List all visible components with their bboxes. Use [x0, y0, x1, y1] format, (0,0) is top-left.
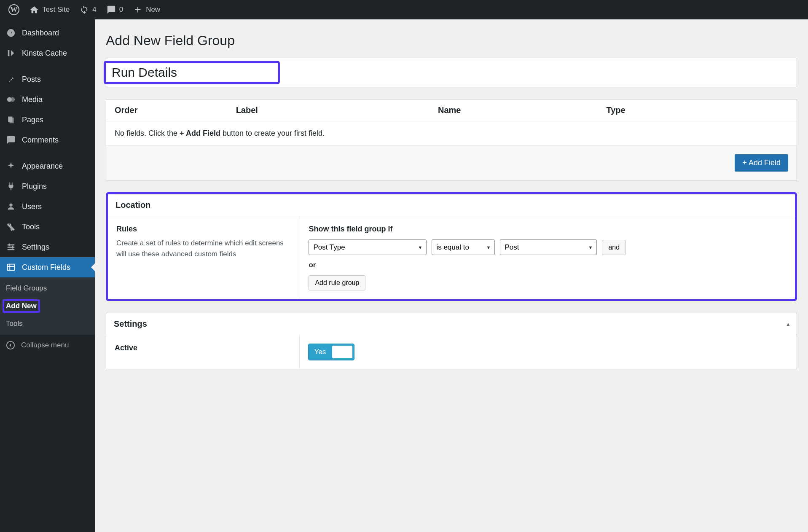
rules-heading: Rules [116, 225, 291, 234]
svg-rect-11 [8, 264, 15, 271]
settings-title: Settings [106, 313, 155, 335]
svg-rect-4 [10, 118, 14, 123]
sidebar-label: Tools [22, 223, 40, 231]
sidebar-item-media[interactable]: Media [0, 89, 95, 110]
site-name: Test Site [42, 5, 70, 14]
show-if-label: Show this field group if [309, 225, 787, 234]
comments-link[interactable]: 0 [102, 0, 128, 19]
col-label: Label [236, 105, 438, 115]
sidebar-item-dashboard[interactable]: Dashboard [0, 23, 95, 43]
submenu-tools[interactable]: Tools [0, 316, 95, 331]
submenu-label: Tools [6, 320, 23, 328]
collapse-menu[interactable]: Collapse menu [0, 335, 95, 356]
comments-icon [6, 135, 16, 145]
kinsta-icon [6, 48, 16, 58]
submenu-label: Add New [3, 299, 40, 313]
updates-count: 4 [92, 5, 96, 14]
or-label: or [309, 261, 787, 269]
sidebar-label: Users [22, 202, 42, 211]
svg-point-5 [9, 204, 12, 207]
sidebar-item-plugins[interactable]: Plugins [0, 176, 95, 196]
rules-description: Create a set of rules to determine which… [116, 238, 291, 259]
sidebar-item-tools[interactable]: Tools [0, 217, 95, 237]
home-icon [30, 5, 39, 14]
submenu-field-groups[interactable]: Field Groups [0, 281, 95, 296]
settings-postbox: Settings ▲ Active Yes [106, 313, 797, 369]
no-fields-message: No fields. Click the + Add Field button … [106, 121, 797, 146]
admin-sidebar: Dashboard Kinsta Cache Posts Media Pages… [0, 19, 95, 532]
wp-logo[interactable]: W [3, 0, 24, 19]
sidebar-item-comments[interactable]: Comments [0, 130, 95, 150]
sidebar-item-pages[interactable]: Pages [0, 110, 95, 130]
svg-rect-7 [8, 247, 15, 248]
pages-icon [6, 115, 16, 125]
sidebar-label: Posts [22, 75, 41, 84]
rule-param-select[interactable]: Post Type [309, 239, 427, 255]
submenu-add-new[interactable]: Add New [0, 296, 95, 316]
field-group-title-input[interactable] [112, 65, 272, 80]
sidebar-label: Media [22, 95, 43, 104]
col-name: Name [438, 105, 607, 115]
collapse-label: Collapse menu [21, 341, 69, 349]
new-label: New [146, 5, 160, 14]
page-heading: Add New Field Group [106, 33, 797, 48]
dashboard-icon [6, 28, 16, 38]
active-toggle[interactable]: Yes [308, 344, 354, 360]
main-content: Add New Field Group Order Label Name Typ… [95, 19, 808, 532]
sidebar-item-settings[interactable]: Settings [0, 237, 95, 257]
sidebar-item-custom-fields[interactable]: Custom Fields [0, 257, 95, 277]
updates-icon [80, 5, 89, 14]
sidebar-label: Kinsta Cache [22, 49, 67, 58]
sidebar-item-users[interactable]: Users [0, 196, 95, 217]
toggle-value: Yes [309, 348, 326, 356]
svg-rect-10 [12, 246, 13, 248]
new-content-link[interactable]: New [128, 0, 165, 19]
admin-toolbar: W Test Site 4 0 New [0, 0, 808, 19]
media-icon [6, 94, 16, 105]
plugins-icon [6, 181, 16, 191]
settings-icon [6, 242, 16, 252]
sidebar-label: Dashboard [22, 29, 59, 38]
collapse-icon [6, 341, 15, 350]
sidebar-label: Pages [22, 116, 43, 124]
comment-icon [107, 5, 116, 14]
pin-icon [6, 74, 16, 84]
location-title: Location [115, 200, 150, 210]
add-rule-group-button[interactable]: Add rule group [309, 275, 365, 290]
comments-count: 0 [119, 5, 123, 14]
add-field-button[interactable]: + Add Field [735, 154, 788, 172]
sidebar-label: Custom Fields [22, 263, 70, 272]
sidebar-item-kinsta[interactable]: Kinsta Cache [0, 43, 95, 63]
svg-rect-9 [9, 244, 10, 246]
site-name-link[interactable]: Test Site [24, 0, 75, 19]
sidebar-item-appearance[interactable]: Appearance [0, 156, 95, 176]
sidebar-label: Comments [22, 136, 59, 145]
wordpress-icon: W [8, 4, 19, 15]
submenu-label: Field Groups [6, 284, 47, 292]
custom-fields-submenu: Field Groups Add New Tools [0, 277, 95, 335]
rule-and-button[interactable]: and [602, 240, 626, 255]
plus-icon [133, 5, 142, 14]
sidebar-label: Appearance [22, 162, 63, 171]
toggle-knob [332, 346, 352, 358]
appearance-icon [6, 161, 16, 171]
users-icon [6, 202, 16, 212]
custom-fields-icon [6, 262, 16, 272]
sidebar-item-posts[interactable]: Posts [0, 69, 95, 89]
svg-rect-6 [8, 245, 15, 246]
rule-value-select[interactable]: Post [500, 239, 597, 255]
settings-toggle-icon[interactable]: ▲ [780, 321, 797, 327]
location-postbox: Location Rules Create a set of rules to … [106, 192, 797, 301]
rule-operator-select[interactable]: is equal to [432, 239, 495, 255]
col-order: Order [115, 105, 236, 115]
sidebar-label: Settings [22, 243, 49, 252]
col-type: Type [607, 105, 788, 115]
updates-link[interactable]: 4 [75, 0, 101, 19]
active-label: Active [106, 335, 300, 369]
fields-postbox: Order Label Name Type No fields. Click t… [106, 99, 797, 180]
svg-point-2 [10, 97, 15, 102]
title-field-wrap [106, 58, 797, 87]
fields-table-header: Order Label Name Type [106, 99, 797, 121]
svg-rect-8 [8, 249, 15, 250]
tools-icon [6, 222, 16, 232]
